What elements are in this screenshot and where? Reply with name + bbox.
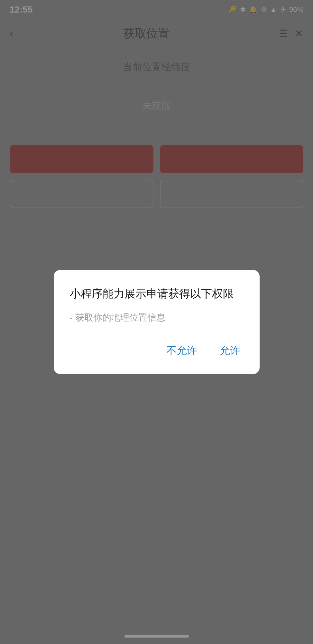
dialog-title: 小程序能力展示申请获得以下权限 xyxy=(70,286,244,302)
dialog-overlay: 小程序能力展示申请获得以下权限 - 获取你的地理位置信息 不允许 允许 xyxy=(0,0,313,644)
allow-button[interactable]: 允许 xyxy=(216,341,244,361)
deny-button[interactable]: 不允许 xyxy=(163,341,200,361)
dialog-description: - 获取你的地理位置信息 xyxy=(70,311,244,324)
permission-dialog: 小程序能力展示申请获得以下权限 - 获取你的地理位置信息 不允许 允许 xyxy=(54,270,260,374)
dialog-actions: 不允许 允许 xyxy=(70,341,244,361)
